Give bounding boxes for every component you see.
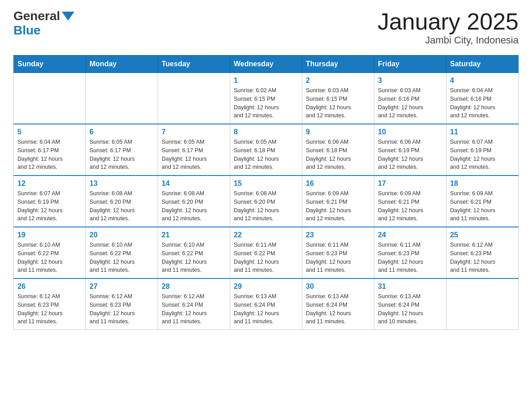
day-info: Sunrise: 6:11 AM Sunset: 6:23 PM Dayligh… — [378, 241, 442, 274]
day-number: 31 — [378, 283, 442, 291]
weekday-header-saturday: Saturday — [446, 56, 519, 73]
day-number: 17 — [378, 180, 442, 188]
calendar-day-cell: 7Sunrise: 6:05 AM Sunset: 6:17 PM Daylig… — [158, 124, 230, 176]
day-info: Sunrise: 6:13 AM Sunset: 6:24 PM Dayligh… — [234, 292, 298, 326]
logo-blue-text: Blue — [13, 23, 41, 38]
calendar-day-cell: 11Sunrise: 6:07 AM Sunset: 6:19 PM Dayli… — [446, 124, 519, 176]
day-number: 3 — [378, 77, 442, 85]
day-number: 20 — [90, 231, 154, 239]
day-info: Sunrise: 6:07 AM Sunset: 6:19 PM Dayligh… — [450, 138, 515, 171]
calendar-day-cell: 30Sunrise: 6:13 AM Sunset: 6:24 PM Dayli… — [302, 278, 374, 330]
day-info: Sunrise: 6:13 AM Sunset: 6:24 PM Dayligh… — [306, 292, 370, 326]
calendar-day-cell: 31Sunrise: 6:13 AM Sunset: 6:24 PM Dayli… — [374, 278, 446, 330]
day-number: 30 — [306, 283, 370, 291]
calendar-day-cell: 5Sunrise: 6:04 AM Sunset: 6:17 PM Daylig… — [14, 124, 86, 176]
day-info: Sunrise: 6:12 AM Sunset: 6:24 PM Dayligh… — [162, 292, 226, 326]
logo-general-text: General — [13, 9, 60, 23]
calendar-day-cell: 21Sunrise: 6:10 AM Sunset: 6:22 PM Dayli… — [158, 227, 230, 278]
day-info: Sunrise: 6:09 AM Sunset: 6:21 PM Dayligh… — [306, 189, 370, 223]
day-info: Sunrise: 6:05 AM Sunset: 6:17 PM Dayligh… — [162, 138, 226, 171]
calendar-day-cell: 2Sunrise: 6:03 AM Sunset: 6:15 PM Daylig… — [302, 73, 374, 124]
day-info: Sunrise: 6:09 AM Sunset: 6:21 PM Dayligh… — [378, 189, 442, 223]
calendar-day-cell: 1Sunrise: 6:02 AM Sunset: 6:15 PM Daylig… — [230, 73, 302, 124]
calendar-day-cell — [158, 73, 230, 124]
day-info: Sunrise: 6:07 AM Sunset: 6:19 PM Dayligh… — [17, 189, 82, 223]
page-header: General Blue January 2025 Jambi City, In… — [13, 9, 519, 46]
day-number: 12 — [17, 180, 82, 188]
calendar-week-row: 12Sunrise: 6:07 AM Sunset: 6:19 PM Dayli… — [14, 176, 519, 227]
day-number: 25 — [450, 231, 515, 239]
weekday-header-wednesday: Wednesday — [230, 56, 302, 73]
calendar-day-cell: 25Sunrise: 6:12 AM Sunset: 6:23 PM Dayli… — [446, 227, 519, 278]
calendar-table: SundayMondayTuesdayWednesdayThursdayFrid… — [13, 55, 519, 330]
day-info: Sunrise: 6:06 AM Sunset: 6:19 PM Dayligh… — [378, 138, 442, 171]
day-number: 9 — [306, 128, 370, 136]
calendar-day-cell: 18Sunrise: 6:09 AM Sunset: 6:21 PM Dayli… — [446, 176, 519, 227]
day-number: 6 — [90, 128, 154, 136]
calendar-week-row: 19Sunrise: 6:10 AM Sunset: 6:22 PM Dayli… — [14, 227, 519, 278]
calendar-day-cell: 19Sunrise: 6:10 AM Sunset: 6:22 PM Dayli… — [14, 227, 86, 278]
day-number: 16 — [306, 180, 370, 188]
day-info: Sunrise: 6:08 AM Sunset: 6:20 PM Dayligh… — [234, 189, 298, 223]
calendar-day-cell: 6Sunrise: 6:05 AM Sunset: 6:17 PM Daylig… — [86, 124, 158, 176]
calendar-day-cell: 17Sunrise: 6:09 AM Sunset: 6:21 PM Dayli… — [374, 176, 446, 227]
day-number: 24 — [378, 231, 442, 239]
calendar-day-cell: 23Sunrise: 6:11 AM Sunset: 6:23 PM Dayli… — [302, 227, 374, 278]
day-info: Sunrise: 6:12 AM Sunset: 6:23 PM Dayligh… — [450, 241, 515, 274]
day-info: Sunrise: 6:10 AM Sunset: 6:22 PM Dayligh… — [162, 241, 226, 274]
day-number: 2 — [306, 77, 370, 85]
day-number: 23 — [306, 231, 370, 239]
calendar-day-cell — [86, 73, 158, 124]
day-number: 22 — [234, 231, 298, 239]
calendar-day-cell: 12Sunrise: 6:07 AM Sunset: 6:19 PM Dayli… — [14, 176, 86, 227]
calendar-day-cell: 20Sunrise: 6:10 AM Sunset: 6:22 PM Dayli… — [86, 227, 158, 278]
day-info: Sunrise: 6:05 AM Sunset: 6:18 PM Dayligh… — [234, 138, 298, 171]
calendar-day-cell: 4Sunrise: 6:04 AM Sunset: 6:16 PM Daylig… — [446, 73, 519, 124]
day-info: Sunrise: 6:05 AM Sunset: 6:17 PM Dayligh… — [90, 138, 154, 171]
day-number: 18 — [450, 180, 515, 188]
location-subtitle: Jambi City, Indonesia — [378, 34, 519, 46]
day-info: Sunrise: 6:03 AM Sunset: 6:15 PM Dayligh… — [306, 86, 370, 120]
day-number: 29 — [234, 283, 298, 291]
day-number: 19 — [17, 231, 82, 239]
calendar-day-cell: 27Sunrise: 6:12 AM Sunset: 6:23 PM Dayli… — [86, 278, 158, 330]
calendar-day-cell: 24Sunrise: 6:11 AM Sunset: 6:23 PM Dayli… — [374, 227, 446, 278]
day-info: Sunrise: 6:08 AM Sunset: 6:20 PM Dayligh… — [90, 189, 154, 223]
day-number: 13 — [90, 180, 154, 188]
day-number: 26 — [17, 283, 82, 291]
day-number: 14 — [162, 180, 226, 188]
calendar-day-cell: 26Sunrise: 6:12 AM Sunset: 6:23 PM Dayli… — [14, 278, 86, 330]
day-number: 4 — [450, 77, 515, 85]
day-info: Sunrise: 6:10 AM Sunset: 6:22 PM Dayligh… — [90, 241, 154, 274]
calendar-day-cell: 28Sunrise: 6:12 AM Sunset: 6:24 PM Dayli… — [158, 278, 230, 330]
calendar-header-row: SundayMondayTuesdayWednesdayThursdayFrid… — [14, 56, 519, 73]
day-info: Sunrise: 6:11 AM Sunset: 6:22 PM Dayligh… — [234, 241, 298, 274]
day-info: Sunrise: 6:08 AM Sunset: 6:20 PM Dayligh… — [162, 189, 226, 223]
month-title: January 2025 — [378, 9, 519, 34]
calendar-day-cell: 29Sunrise: 6:13 AM Sunset: 6:24 PM Dayli… — [230, 278, 302, 330]
logo: General Blue — [13, 9, 74, 38]
calendar-week-row: 26Sunrise: 6:12 AM Sunset: 6:23 PM Dayli… — [14, 278, 519, 330]
logo-triangle-icon — [62, 12, 74, 21]
day-number: 7 — [162, 128, 226, 136]
day-info: Sunrise: 6:03 AM Sunset: 6:16 PM Dayligh… — [378, 86, 442, 120]
day-info: Sunrise: 6:11 AM Sunset: 6:23 PM Dayligh… — [306, 241, 370, 274]
day-number: 27 — [90, 283, 154, 291]
weekday-header-tuesday: Tuesday — [158, 56, 230, 73]
day-info: Sunrise: 6:06 AM Sunset: 6:18 PM Dayligh… — [306, 138, 370, 171]
calendar-day-cell — [14, 73, 86, 124]
calendar-day-cell: 9Sunrise: 6:06 AM Sunset: 6:18 PM Daylig… — [302, 124, 374, 176]
calendar-day-cell: 3Sunrise: 6:03 AM Sunset: 6:16 PM Daylig… — [374, 73, 446, 124]
day-number: 21 — [162, 231, 226, 239]
calendar-day-cell: 8Sunrise: 6:05 AM Sunset: 6:18 PM Daylig… — [230, 124, 302, 176]
calendar-day-cell — [446, 278, 519, 330]
calendar-day-cell: 22Sunrise: 6:11 AM Sunset: 6:22 PM Dayli… — [230, 227, 302, 278]
day-number: 28 — [162, 283, 226, 291]
day-info: Sunrise: 6:04 AM Sunset: 6:17 PM Dayligh… — [17, 138, 82, 171]
logo-blue-part — [60, 12, 74, 21]
calendar-day-cell: 16Sunrise: 6:09 AM Sunset: 6:21 PM Dayli… — [302, 176, 374, 227]
day-number: 15 — [234, 180, 298, 188]
weekday-header-monday: Monday — [86, 56, 158, 73]
weekday-header-thursday: Thursday — [302, 56, 374, 73]
calendar-day-cell: 15Sunrise: 6:08 AM Sunset: 6:20 PM Dayli… — [230, 176, 302, 227]
